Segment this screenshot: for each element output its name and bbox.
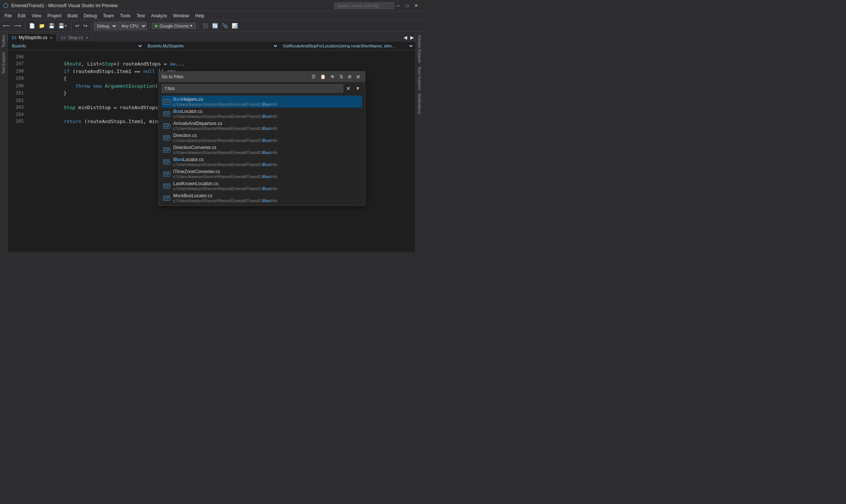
menu-build[interactable]: Build [64, 12, 81, 19]
find-result-direction[interactable]: C# Direction.cs c:\Users\kaseyu\Source\R… [162, 132, 362, 144]
redo-button[interactable]: ↪ [82, 22, 89, 29]
tab-mystopinfo[interactable]: C# MyStopInfo.cs ✕ [8, 33, 57, 41]
find-result-name: LastKnownLocation.cs [173, 181, 360, 186]
new-file-button[interactable]: 📄 [27, 22, 37, 29]
menu-bar: File Edit View Project Build Debug Team … [0, 11, 423, 20]
back-button[interactable]: ⟵ [2, 22, 12, 29]
tab-scroll-right[interactable]: ▶ [409, 34, 415, 41]
find-search-input[interactable] [162, 84, 343, 93]
attach-button[interactable]: 📎 [220, 22, 229, 29]
find-result-bushelpers[interactable]: C# BusHelpers.cs c:\Users\kaseyu\Source\… [162, 96, 362, 108]
find-close-button[interactable]: ✕ [354, 73, 362, 81]
find-result-itimezone[interactable]: C# ITimeZoneConverter.cs c:\Users\kaseyu… [162, 168, 362, 180]
toolbar-sep-2 [71, 22, 72, 30]
tab-stop[interactable]: C# Stop.cs ✕ [57, 33, 93, 41]
undo-button[interactable]: ↩ [74, 22, 81, 29]
open-file-button[interactable]: 📁 [37, 22, 46, 29]
cs-icon: C# [163, 111, 170, 116]
cs-icon: C# [163, 148, 170, 152]
debug-config-combo[interactable]: Debug [94, 22, 118, 30]
find-result-lastknown[interactable]: C# LastKnownLocation.cs c:\Users\kaseyu\… [162, 180, 362, 192]
cs-icon: C# [163, 123, 170, 128]
run-target-button[interactable]: ▶ Google Chrome ▾ [152, 23, 196, 29]
find-result-mockbus[interactable]: C# MockBusLocator.cs c:\Users\kaseyu\Sou… [162, 192, 362, 204]
cs-icon: C# [163, 136, 170, 140]
menu-analyze[interactable]: Analyze [148, 12, 170, 19]
cs-icon: C# [163, 160, 170, 164]
toolbar-sep-4 [149, 22, 150, 30]
find-result-name: BusHelpers.cs [173, 97, 360, 102]
find-sort-btn[interactable]: ⇅ [337, 73, 345, 81]
forward-button[interactable]: ⟶ [12, 22, 23, 29]
find-scroll-btn[interactable]: ▼ [354, 85, 362, 92]
left-panel-strip: Toolbox Test Explorer [0, 32, 8, 252]
menu-window[interactable]: Window [170, 12, 192, 19]
tab-scroll-left[interactable]: ◀ [402, 34, 409, 41]
code-line-1: 196 [8, 53, 415, 60]
find-result-path: c:\Users\kaseyu\Source\Repos\EmeraldTran… [173, 174, 360, 179]
namespace-combo[interactable]: BusInfo [9, 43, 143, 49]
method-combo[interactable]: GetRouteAndStopForLocation(string routeS… [280, 43, 414, 49]
breakpoint-button[interactable]: ⬛ [201, 22, 210, 29]
close-button[interactable]: ✕ [412, 2, 420, 9]
tab-close-inactive[interactable]: ✕ [86, 36, 89, 40]
refresh-button[interactable]: 🔄 [211, 22, 220, 29]
find-panel: Go to Files ☰ 📋 👁 ⇅ ⚙ ✕ ✕ ▼ [158, 71, 365, 206]
find-panel-header: Go to Files ☰ 📋 👁 ⇅ ⚙ ✕ [159, 72, 365, 82]
tab-close-active[interactable]: ✕ [50, 36, 53, 40]
find-list-view-btn[interactable]: ☰ [310, 73, 318, 81]
maximize-button[interactable]: □ [403, 2, 411, 9]
toolbar-sep-5 [198, 22, 199, 30]
menu-project[interactable]: Project [44, 12, 64, 19]
find-result-name: IBusLocator.cs [173, 157, 360, 162]
find-result-arrivals[interactable]: C# ArrivalsAndDeparture.cs c:\Users\kase… [162, 120, 362, 132]
menu-tools[interactable]: Tools [117, 12, 134, 19]
tab-icon-inactive: C# [61, 36, 66, 40]
cs-icon: C# [163, 172, 170, 177]
find-result-name: DirectionConverter.cs [173, 145, 360, 150]
test-explorer-tab[interactable]: Test Explorer [1, 50, 6, 75]
menu-debug[interactable]: Debug [81, 12, 100, 19]
menu-team[interactable]: Team [100, 12, 117, 19]
find-result-path: c:\Users\kaseyu\Source\Repos\EmeraldTran… [173, 186, 360, 191]
toolbar-sep-1 [25, 22, 25, 30]
find-filter-btn[interactable]: ⚙ [346, 73, 354, 81]
save-button[interactable]: 💾 [47, 22, 56, 29]
solution-explorer-tab[interactable]: Solution Explorer [417, 33, 422, 65]
find-panel-title: Go to Files [162, 74, 183, 79]
find-result-name: ITimeZoneConverter.cs [173, 169, 360, 174]
menu-test[interactable]: Test [134, 12, 148, 19]
find-preview-btn[interactable]: 👁 [328, 73, 337, 81]
menu-edit[interactable]: Edit [15, 12, 29, 19]
editor-area: C# MyStopInfo.cs ✕ C# Stop.cs ✕ ◀ ▶ BusI… [8, 32, 415, 252]
profile-button[interactable]: 📊 [230, 22, 239, 29]
find-result-directionconverter[interactable]: C# DirectionConverter.cs c:\Users\kaseyu… [162, 144, 362, 156]
tab-label-active: MyStopInfo.cs [19, 35, 47, 40]
nav-bar: BusInfo BusInfo.MyStopInfo GetRouteAndSt… [8, 41, 415, 50]
find-result-name: Direction.cs [173, 133, 360, 138]
find-clear-button[interactable]: ✕ [345, 85, 352, 92]
find-result-buslocator[interactable]: C# BusLocator.cs c:\Users\kaseyu\Source\… [162, 108, 362, 120]
save-all-button[interactable]: 💾+ [57, 22, 69, 29]
code-line-2: 197 (Route, List<Stop>) routeAndStops = … [8, 60, 415, 68]
window-controls: ─ □ ✕ [394, 2, 420, 9]
notifications-tab[interactable]: Notifications [417, 92, 422, 116]
toolbox-tab[interactable]: Toolbox [1, 33, 6, 49]
window-title: EmeraldTransit1 - Microsoft Visual Studi… [11, 3, 334, 8]
tab-icon-active: C# [12, 36, 17, 40]
team-explorer-tab[interactable]: Team Explorer [417, 65, 422, 92]
right-panel-strip: Solution Explorer Team Explorer Notifica… [415, 32, 423, 252]
title-bar: ⬡ EmeraldTransit1 - Microsoft Visual Stu… [0, 0, 423, 11]
find-result-name: ArrivalsAndDeparture.cs [173, 121, 360, 126]
find-detail-view-btn[interactable]: 📋 [318, 73, 328, 81]
menu-view[interactable]: View [29, 12, 44, 19]
toolbar: ⟵ ⟶ 📄 📁 💾 💾+ ↩ ↪ Debug Any CPU ▶ Google … [0, 20, 423, 32]
toolbar-sep-3 [91, 22, 92, 30]
quick-launch-input[interactable] [334, 2, 394, 9]
menu-help[interactable]: Help [192, 12, 208, 19]
find-result-ibuslocator[interactable]: C# IBusLocator.cs c:\Users\kaseyu\Source… [162, 156, 362, 168]
class-combo[interactable]: BusInfo.MyStopInfo [145, 43, 279, 49]
platform-combo[interactable]: Any CPU [118, 22, 147, 30]
menu-file[interactable]: File [2, 12, 15, 19]
minimize-button[interactable]: ─ [394, 2, 402, 9]
